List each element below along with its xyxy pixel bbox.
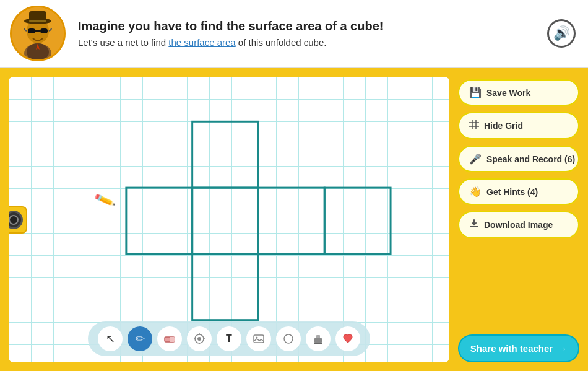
share-teacher-label: Share with teacher <box>470 343 553 354</box>
audio-icon: 🔊 <box>553 25 570 41</box>
stamp-tool-button[interactable] <box>306 326 331 351</box>
canvas-area[interactable]: ✏️ ↖ ✏ <box>9 77 449 362</box>
get-hints-label: Get Hints (4) <box>486 187 538 197</box>
svg-rect-27 <box>314 338 322 343</box>
svg-rect-15 <box>192 254 259 320</box>
save-work-label: Save Work <box>486 88 530 98</box>
hide-grid-button[interactable]: Hide Grid <box>458 112 579 139</box>
svg-rect-29 <box>314 343 322 344</box>
eraser-tool-button[interactable] <box>157 326 182 351</box>
hide-grid-label: Hide Grid <box>484 121 523 131</box>
svg-rect-6 <box>29 20 46 22</box>
spacer <box>458 245 579 326</box>
toolbar: ↖ ✏ T <box>88 321 370 356</box>
subtitle-end: of this unfolded cube. <box>236 37 327 48</box>
get-hints-button[interactable]: 👋 Get Hints (4) <box>458 178 579 205</box>
header-text: Imagine you have to find the surface are… <box>78 19 383 48</box>
svg-point-25 <box>256 337 258 339</box>
svg-rect-7 <box>28 28 35 33</box>
svg-rect-8 <box>40 28 48 33</box>
svg-rect-10 <box>192 121 259 188</box>
svg-point-19 <box>197 337 201 341</box>
shapes-tool-button[interactable] <box>276 326 301 351</box>
speak-record-button[interactable]: 🎤 Speak and Record (6) <box>458 146 579 172</box>
svg-rect-14 <box>324 188 391 254</box>
image-tool-button[interactable] <box>246 326 271 351</box>
main-area: ✏️ ↖ ✏ <box>0 68 588 371</box>
avatar <box>10 6 66 61</box>
share-arrow-icon: → <box>558 343 567 354</box>
move-tool-button[interactable] <box>187 326 212 351</box>
speak-record-label: Speak and Record (6) <box>486 154 575 164</box>
save-icon: 💾 <box>469 87 482 98</box>
header: Imagine you have to find the surface are… <box>0 0 588 68</box>
audio-button[interactable]: 🔊 <box>547 19 576 48</box>
surface-area-link[interactable]: the surface area <box>168 37 235 48</box>
svg-rect-24 <box>254 335 264 343</box>
svg-rect-28 <box>316 335 320 338</box>
svg-rect-9 <box>35 30 40 32</box>
save-work-button[interactable]: 💾 Save Work <box>458 79 579 106</box>
mic-icon: 🎤 <box>469 153 482 165</box>
svg-point-26 <box>284 334 293 343</box>
pencil-tool-button[interactable]: ✏ <box>128 326 152 351</box>
svg-rect-13 <box>258 188 324 254</box>
camera-button[interactable] <box>9 206 27 234</box>
text-tool-button[interactable]: T <box>217 326 241 351</box>
svg-rect-11 <box>126 188 192 254</box>
share-teacher-button[interactable]: Share with teacher → <box>458 334 579 362</box>
svg-rect-12 <box>192 188 259 254</box>
hints-icon: 👋 <box>469 186 482 198</box>
header-title: Imagine you have to find the surface are… <box>78 19 383 33</box>
right-panel: 💾 Save Work Hide Grid 🎤 Speak and Record… <box>458 77 579 362</box>
heart-tool-button[interactable] <box>335 326 360 351</box>
svg-rect-17 <box>170 337 175 342</box>
download-image-label: Download Image <box>484 220 553 230</box>
download-icon <box>469 219 479 231</box>
cube-net-drawing <box>9 77 449 362</box>
download-image-button[interactable]: Download Image <box>458 211 579 238</box>
select-tool-button[interactable]: ↖ <box>98 326 123 351</box>
subtitle-start: Let's use a net to find <box>78 37 168 48</box>
camera-icon <box>9 211 23 229</box>
grid-icon <box>469 120 479 132</box>
header-subtitle: Let's use a net to find the surface area… <box>78 37 383 48</box>
camera-lens <box>9 215 19 225</box>
